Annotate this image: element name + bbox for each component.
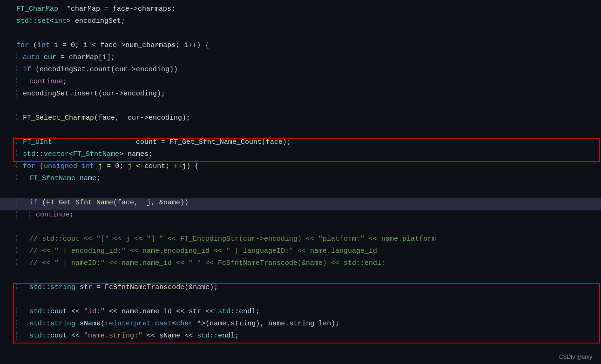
indent-bar xyxy=(20,78,27,86)
code-content: for (unsigned int j = 0; j < count; ++j)… xyxy=(20,162,601,170)
indent-bar xyxy=(20,235,27,243)
code-content: for (int i = 0; i < face->num_charmaps; … xyxy=(14,41,601,49)
code-line xyxy=(0,271,601,283)
code-content: // << " | encoding_id:" << name.encoding… xyxy=(27,247,601,255)
code-line: if (FT_Get_Sfnt_Name(face, j, &name)) xyxy=(0,198,601,210)
indent-bar xyxy=(20,247,27,255)
code-content: continue; xyxy=(34,211,601,219)
indent-bar xyxy=(20,211,27,219)
code-line: std::set<int> encodingSet; xyxy=(0,17,601,29)
indent-bar xyxy=(14,308,20,316)
indent-bar xyxy=(14,162,20,170)
code-content: FT_SfntName name; xyxy=(27,175,601,182)
indent-bar xyxy=(20,283,27,291)
indent-bar xyxy=(14,283,20,291)
indent-bar xyxy=(20,199,27,207)
indent-bar xyxy=(14,54,20,61)
indent-bar xyxy=(20,259,27,267)
code-line: std::vector<FT_SfntName> names; xyxy=(0,150,601,162)
code-line: FT_Select_Charmap(face, cur->encoding); xyxy=(0,114,601,126)
watermark: CSDN @smy_ xyxy=(559,354,595,360)
indent-bar xyxy=(14,150,20,158)
code-content: std::cout << "name.string:" << sName << … xyxy=(27,332,601,340)
code-content: auto cur = charMap[i]; xyxy=(20,54,601,61)
code-content: std::string sName(reinterpret_cast<char … xyxy=(27,320,601,328)
code-content: FT_CharMap *charMap = face->charmaps; xyxy=(14,5,601,13)
indent-bar xyxy=(14,235,20,243)
indent-bar xyxy=(14,114,20,122)
indent-bar xyxy=(20,332,27,340)
indent-bar xyxy=(14,332,20,340)
code-content: std::set<int> encodingSet; xyxy=(14,17,601,25)
code-content: std::vector<FT_SfntName> names; xyxy=(20,150,601,158)
code-line: // std::cout << "[" << j << "] " << FT_E… xyxy=(0,235,601,247)
indent-bar xyxy=(14,175,20,182)
code-line xyxy=(0,295,601,307)
code-line: FT_CharMap *charMap = face->charmaps; xyxy=(0,5,601,17)
code-line xyxy=(0,29,601,41)
code-content: std::cout << "id:" << name.name_id << st… xyxy=(27,308,601,316)
indent-bar xyxy=(14,259,20,267)
code-line: continue; xyxy=(0,77,601,89)
indent-bar xyxy=(27,211,34,219)
code-line: encodingSet.insert(cur->encoding); xyxy=(0,89,601,101)
code-line: // << " | nameID:" << name.name_id << " … xyxy=(0,259,601,271)
code-line xyxy=(0,222,601,235)
code-content: FT_Select_Charmap(face, cur->encoding); xyxy=(20,114,601,122)
code-line: if (encodingSet.count(cur->encoding)) xyxy=(0,65,601,77)
code-line: std::string str = FcSfntNameTranscode(&n… xyxy=(0,283,601,295)
indent-bar xyxy=(14,211,20,219)
code-line xyxy=(0,101,601,114)
code-line: std::string sName(reinterpret_cast<char … xyxy=(0,319,601,331)
code-line: continue; xyxy=(0,210,601,222)
code-line: std::cout << "id:" << name.name_id << st… xyxy=(0,307,601,319)
code-line: auto cur = charMap[i]; xyxy=(0,53,601,65)
indent-bar xyxy=(20,308,27,316)
code-line: FT_UInt count = FT_Get_Sfnt_Name_Count(f… xyxy=(0,138,601,150)
code-content: FT_UInt count = FT_Get_Sfnt_Name_Count(f… xyxy=(20,138,601,146)
code-content: if (FT_Get_Sfnt_Name(face, j, &name)) xyxy=(27,199,601,207)
code-content: if (encodingSet.count(cur->encoding)) xyxy=(20,66,601,74)
code-container: FT_CharMap *charMap = face->charmaps; st… xyxy=(0,0,601,364)
code-line xyxy=(0,186,601,198)
indent-bar xyxy=(14,138,20,146)
code-line: FT_SfntName name; xyxy=(0,174,601,186)
indent-bar xyxy=(14,90,20,98)
indent-bar xyxy=(14,247,20,255)
code-line: for (unsigned int j = 0; j < count; ++j)… xyxy=(0,162,601,174)
code-content: std::string str = FcSfntNameTranscode(&n… xyxy=(27,283,601,291)
code-line: std::cout << "name.string:" << sName << … xyxy=(0,331,601,344)
code-content: // << " | nameID:" << name.name_id << " … xyxy=(27,259,601,267)
code-line: for (int i = 0; i < face->num_charmaps; … xyxy=(0,41,601,53)
code-content: encodingSet.insert(cur->encoding); xyxy=(20,90,601,98)
indent-bar xyxy=(14,199,20,207)
code-line: // << " | encoding_id:" << name.encoding… xyxy=(0,247,601,259)
code-content: // std::cout << "[" << j << "] " << FT_E… xyxy=(27,235,601,243)
indent-bar xyxy=(14,78,20,86)
indent-bar xyxy=(14,66,20,74)
indent-bar xyxy=(14,320,20,328)
code-content: continue; xyxy=(27,78,601,86)
code-line xyxy=(0,126,601,138)
indent-bar xyxy=(20,320,27,328)
indent-bar xyxy=(20,175,27,182)
